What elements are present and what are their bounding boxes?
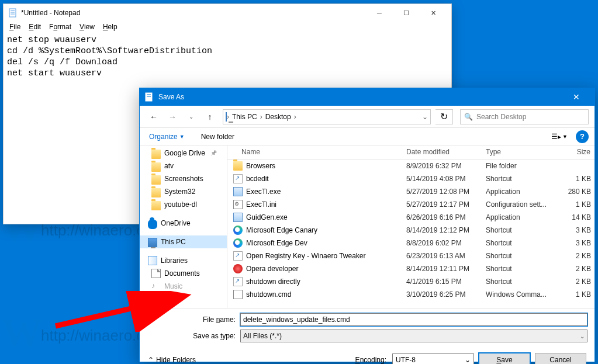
lnk-icon <box>233 277 243 286</box>
tree-system32[interactable]: System32 <box>140 185 227 198</box>
menu-format[interactable]: Format <box>46 22 75 33</box>
file-size: 3 KB <box>559 239 594 247</box>
tree-music[interactable]: ♪Music <box>140 280 227 293</box>
file-date: 6/23/2019 6:13 AM <box>406 252 486 260</box>
notepad-titlebar[interactable]: *Untitled - Notepad ─ ☐ ✕ <box>4 4 451 22</box>
edge-icon <box>233 238 243 248</box>
save-button[interactable]: Save <box>479 353 530 364</box>
cancel-button[interactable]: Cancel <box>535 353 586 364</box>
file-row[interactable]: ExecTl.ini5/27/2019 12:17 PMConfiguratio… <box>227 198 594 211</box>
pc-icon <box>148 238 157 247</box>
file-type: Shortcut <box>486 278 559 286</box>
folder-icon <box>151 150 161 159</box>
search-icon: 🔍 <box>464 113 473 121</box>
tree-google-drive[interactable]: Google Drive <box>140 147 227 160</box>
file-date: 5/27/2019 12:17 PM <box>406 200 486 209</box>
filename-input[interactable] <box>240 313 587 326</box>
col-date[interactable]: Date modified <box>403 145 482 159</box>
file-size: 1 KB <box>559 200 594 209</box>
breadcrumb-thispc[interactable]: This PC <box>229 112 260 122</box>
view-button[interactable]: ☰▸▼ <box>548 130 571 144</box>
address-bar[interactable]: › This PC › Desktop › ⌄ <box>223 109 431 124</box>
hand-icon <box>233 290 243 299</box>
recent-dropdown[interactable]: ⌄ <box>183 109 199 124</box>
file-date: 8/9/2019 6:32 PM <box>406 162 486 170</box>
saveastype-combo[interactable]: All Files (*.*)⌄ <box>240 330 587 342</box>
tree-thispc[interactable]: This PC <box>140 235 227 248</box>
chevron-down-icon: ⌄ <box>465 356 471 364</box>
file-list-header: Name Date modified Type Size <box>227 145 594 160</box>
chevron-up-icon: ⌃ <box>148 356 154 364</box>
tree-screenshots[interactable]: Screenshots <box>140 172 227 185</box>
file-row[interactable]: shutdown.cmd3/10/2019 6:25 PMWindows Com… <box>227 288 594 301</box>
file-date: 4/1/2019 6:15 PM <box>406 278 486 286</box>
breadcrumb-desktop[interactable]: Desktop <box>262 112 294 122</box>
refresh-button[interactable]: ↻ <box>435 109 453 124</box>
close-button[interactable]: ✕ <box>420 5 447 21</box>
file-row[interactable]: bcdedit5/14/2019 4:08 PMShortcut1 KB <box>227 172 594 185</box>
file-size: 280 KB <box>559 188 594 196</box>
menu-edit[interactable]: Edit <box>25 22 44 33</box>
search-input[interactable]: 🔍 Search Desktop <box>460 109 589 124</box>
close-button[interactable]: ✕ <box>563 88 590 106</box>
file-row[interactable]: Microsoft Edge Dev8/8/2019 6:02 PMShortc… <box>227 237 594 249</box>
notepad-icon <box>144 92 154 102</box>
file-date: 8/14/2019 12:11 PM <box>406 265 486 273</box>
file-date: 8/14/2019 12:12 PM <box>406 226 486 234</box>
saveas-title: Save As <box>158 93 563 101</box>
file-row[interactable]: ExecTl.exe5/27/2019 12:08 PMApplication2… <box>227 185 594 198</box>
svg-rect-0 <box>9 9 16 17</box>
file-type: Shortcut <box>486 175 559 183</box>
file-name: ExecTl.exe <box>246 188 406 196</box>
file-name: bcdedit <box>246 175 406 183</box>
filename-label: File name: <box>147 316 240 324</box>
maximize-button[interactable]: ☐ <box>393 5 420 21</box>
saveas-dialog: Save As ✕ ← → ⌄ ↑ › This PC › Desktop › … <box>139 88 595 362</box>
file-type: Configuration sett... <box>486 200 559 209</box>
file-name: Microsoft Edge Canary <box>246 226 406 234</box>
minimize-button[interactable]: ─ <box>366 5 393 21</box>
menu-view[interactable]: View <box>76 22 98 33</box>
col-type[interactable]: Type <box>482 145 556 159</box>
file-type: Application <box>486 213 559 221</box>
newfolder-button[interactable]: New folder <box>198 130 238 143</box>
file-size: 1 KB <box>559 175 594 183</box>
file-type: Shortcut <box>486 226 559 234</box>
address-dropdown-icon[interactable]: ⌄ <box>422 113 428 121</box>
file-type: Windows Comma... <box>486 290 559 299</box>
file-size: 3 KB <box>559 226 594 234</box>
tree-documents[interactable]: Documents <box>140 267 227 280</box>
tree-atv[interactable]: atv <box>140 160 227 172</box>
up-button[interactable]: ↑ <box>202 109 218 124</box>
file-type: File folder <box>486 162 559 170</box>
saveas-titlebar[interactable]: Save As ✕ <box>140 88 594 106</box>
hidefolders-toggle[interactable]: ⌃Hide Folders <box>148 356 196 364</box>
chevron-down-icon: ⌄ <box>580 333 585 339</box>
back-button[interactable]: ← <box>146 109 162 124</box>
organize-menu[interactable]: Organize▼ <box>146 130 188 143</box>
file-row[interactable]: Open Registry Key - Winaero Tweaker6/23/… <box>227 249 594 262</box>
help-button[interactable]: ? <box>576 130 589 143</box>
file-row[interactable]: shutdown directly4/1/2019 6:15 PMShortcu… <box>227 275 594 288</box>
tree-onedrive[interactable]: OneDrive <box>140 217 227 230</box>
notepad-textarea[interactable]: net stop wuauserv cd /d %SystemRoot%\Sof… <box>4 33 451 80</box>
col-name[interactable]: Name <box>227 145 403 159</box>
col-size[interactable]: Size <box>556 145 594 159</box>
file-date: 3/10/2019 6:25 PM <box>406 290 486 299</box>
encoding-label: Encoding: <box>355 356 386 364</box>
tree-youtubedl[interactable]: youtube-dl <box>140 198 227 211</box>
forward-button[interactable]: → <box>164 109 181 124</box>
file-date: 6/26/2019 6:16 PM <box>406 213 486 221</box>
tree-libraries[interactable]: Libraries <box>140 254 227 267</box>
folder-icon <box>151 188 161 197</box>
menu-help[interactable]: Help <box>99 22 121 33</box>
file-name: Browsers <box>246 162 406 170</box>
menu-file[interactable]: File <box>6 22 24 33</box>
notepad-menubar: File Edit Format View Help <box>4 22 451 33</box>
file-row[interactable]: GuidGen.exe6/26/2019 6:16 PMApplication1… <box>227 211 594 224</box>
encoding-combo[interactable]: UTF-8⌄ <box>392 353 474 364</box>
file-row[interactable]: Opera developer8/14/2019 12:11 PMShortcu… <box>227 262 594 275</box>
file-row[interactable]: Browsers8/9/2019 6:32 PMFile folder <box>227 160 594 172</box>
file-row[interactable]: Microsoft Edge Canary8/14/2019 12:12 PMS… <box>227 224 594 237</box>
file-type: Shortcut <box>486 239 559 247</box>
